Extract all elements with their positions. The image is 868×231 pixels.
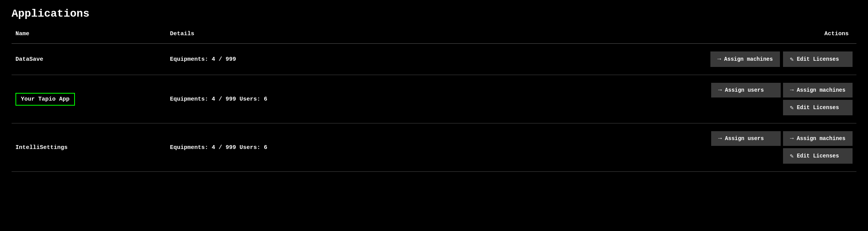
assign-users-icon-intellisettings: → bbox=[718, 135, 722, 142]
app-name-intellisettings: IntelliSettings bbox=[12, 140, 166, 155]
page-title: Applications bbox=[12, 8, 856, 20]
assign-machines-icon-intellisettings: → bbox=[790, 135, 794, 142]
edit-licenses-button-intellisettings[interactable]: ✎ Edit Licenses bbox=[783, 148, 853, 164]
col-header-actions: Actions bbox=[820, 27, 856, 40]
highlighted-name-tapio: Your Tapio App bbox=[15, 93, 75, 106]
app-actions-intellisettings: → Assign users → Assign machines ✎ Edit … bbox=[707, 127, 856, 168]
table-row: IntelliSettings Equipments: 4 / 999 User… bbox=[12, 123, 856, 172]
assign-users-button-intellisettings[interactable]: → Assign users bbox=[711, 131, 781, 146]
assign-machines-icon-datasave: → bbox=[717, 56, 721, 63]
app-name-tapio: Your Tapio App bbox=[12, 89, 166, 110]
table-row: Your Tapio App Equipments: 4 / 999 Users… bbox=[12, 75, 856, 123]
app-details-tapio: Equipments: 4 / 999 Users: 6 bbox=[166, 92, 707, 106]
edit-licenses-button-datasave[interactable]: ✎ Edit Licenses bbox=[783, 51, 853, 67]
app-details-datasave: Equipments: 4 / 999 bbox=[166, 52, 707, 67]
actions-multi-intellisettings: → Assign users → Assign machines ✎ Edit … bbox=[711, 131, 853, 164]
applications-table: Name Details Actions DataSave Equipments… bbox=[12, 27, 856, 172]
assign-users-button-tapio[interactable]: → Assign users bbox=[711, 83, 781, 98]
edit-icon-intellisettings: ✎ bbox=[790, 152, 794, 160]
table-row: DataSave Equipments: 4 / 999 → Assign ma… bbox=[12, 44, 856, 75]
app-actions-tapio: → Assign users → Assign machines ✎ Edit … bbox=[707, 79, 856, 119]
edit-icon-datasave: ✎ bbox=[790, 55, 794, 63]
edit-icon-tapio: ✎ bbox=[790, 104, 794, 111]
edit-licenses-button-tapio[interactable]: ✎ Edit Licenses bbox=[783, 100, 853, 115]
assign-machines-button-intellisettings[interactable]: → Assign machines bbox=[783, 131, 853, 146]
actions-multi-tapio: → Assign users → Assign machines ✎ Edit … bbox=[711, 83, 853, 115]
col-header-details: Details bbox=[166, 27, 820, 40]
assign-machines-button-tapio[interactable]: → Assign machines bbox=[783, 83, 853, 98]
page-container: Applications Name Details Actions DataSa… bbox=[12, 8, 856, 172]
app-details-intellisettings: Equipments: 4 / 999 Users: 6 bbox=[166, 140, 707, 155]
col-header-name: Name bbox=[12, 27, 166, 40]
table-header: Name Details Actions bbox=[12, 27, 856, 44]
app-actions-datasave: → Assign machines ✎ Edit Licenses bbox=[707, 48, 856, 71]
assign-machines-icon-tapio: → bbox=[790, 87, 794, 94]
actions-row-datasave: → Assign machines ✎ Edit Licenses bbox=[710, 51, 853, 67]
app-name-datasave: DataSave bbox=[12, 52, 166, 67]
assign-users-icon-tapio: → bbox=[718, 87, 722, 94]
assign-machines-button-datasave[interactable]: → Assign machines bbox=[710, 51, 780, 67]
